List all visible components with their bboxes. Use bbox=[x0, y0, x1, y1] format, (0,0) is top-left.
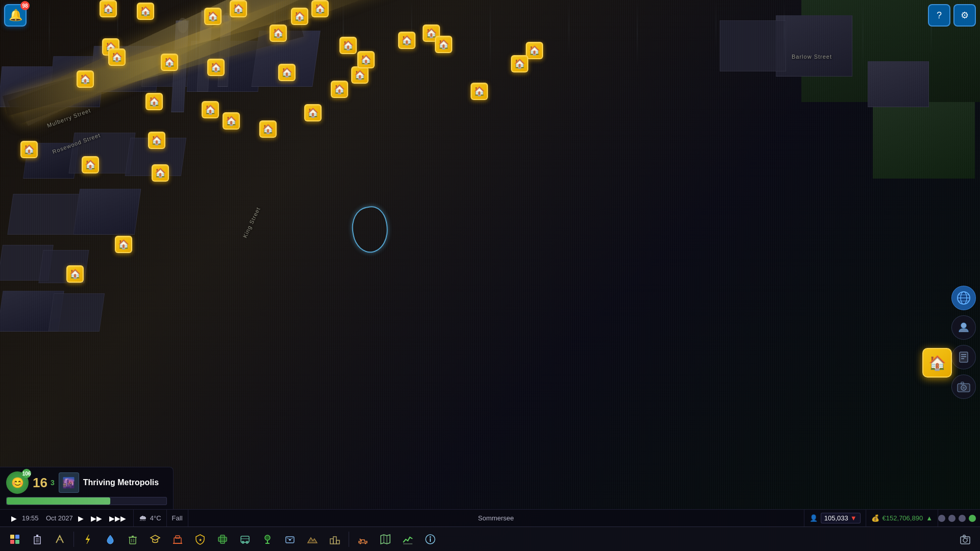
control-dot-2[interactable] bbox=[948, 515, 955, 522]
demand-icon-16[interactable] bbox=[207, 59, 226, 77]
toolbar-fire-button[interactable] bbox=[167, 530, 188, 549]
settings-button[interactable]: ⚙ bbox=[953, 4, 976, 27]
demand-icon-24[interactable] bbox=[145, 93, 164, 111]
toolbar-industry-button[interactable] bbox=[324, 530, 346, 549]
svg-point-52 bbox=[360, 542, 361, 544]
toolbar-garbage-button[interactable] bbox=[122, 530, 143, 549]
toolbar-economy-button[interactable] bbox=[397, 530, 419, 549]
demand-icon-20[interactable] bbox=[471, 83, 489, 101]
svg-marker-30 bbox=[151, 535, 160, 540]
demand-icon-33[interactable] bbox=[115, 236, 133, 254]
svg-point-62 bbox=[963, 538, 967, 542]
play-button[interactable]: ▶ bbox=[9, 513, 19, 523]
help-button[interactable]: ? bbox=[928, 4, 950, 27]
demand-icon-19[interactable] bbox=[357, 51, 376, 69]
speed-button-1[interactable]: ▶ bbox=[76, 513, 86, 523]
toolbar-roads-button[interactable] bbox=[49, 530, 70, 549]
notes-button[interactable] bbox=[951, 345, 976, 369]
demand-icon-32[interactable] bbox=[20, 141, 39, 159]
svg-marker-24 bbox=[86, 535, 90, 544]
population-dropdown[interactable]: 105,033 ▼ bbox=[821, 513, 861, 523]
person-icon: 👤 bbox=[810, 514, 818, 522]
notification-wrapper: 🔔 98 bbox=[4, 4, 27, 27]
toolbar-police-button[interactable]: ★ bbox=[189, 530, 211, 549]
weather-icon: 🌧 bbox=[139, 514, 147, 523]
demand-icon-5[interactable] bbox=[291, 8, 309, 26]
svg-rect-14 bbox=[10, 535, 14, 539]
svg-point-64 bbox=[967, 538, 968, 539]
speed-button-2[interactable]: ▶▶ bbox=[89, 513, 104, 523]
happiness-icon: 😊 106 bbox=[6, 471, 29, 494]
demand-icon-4[interactable] bbox=[230, 0, 248, 18]
demand-icon-21[interactable] bbox=[511, 55, 529, 73]
toolbar-signature-button[interactable] bbox=[27, 530, 48, 549]
city-name: Thriving Metropolis bbox=[83, 478, 167, 487]
demand-icon-14[interactable] bbox=[77, 70, 95, 89]
bottom-toolbar: ★ bbox=[0, 527, 980, 551]
demand-icon-6[interactable] bbox=[311, 0, 330, 18]
toolbar-parks-button[interactable] bbox=[257, 530, 278, 549]
time: 19:55 bbox=[22, 514, 39, 522]
demand-icon-9[interactable] bbox=[339, 37, 358, 55]
large-demand-icon[interactable]: 🏠 bbox=[922, 348, 952, 378]
toolbar-education-button[interactable] bbox=[144, 530, 166, 549]
control-dot-3[interactable] bbox=[959, 515, 966, 522]
toolbar-photo-button[interactable] bbox=[954, 530, 976, 549]
speed-button-3[interactable]: ▶▶▶ bbox=[107, 513, 128, 523]
demand-icon-28[interactable] bbox=[223, 112, 241, 131]
demand-icon-12[interactable] bbox=[435, 36, 453, 54]
toolbar-health-button[interactable] bbox=[212, 530, 233, 549]
svg-rect-38 bbox=[218, 537, 227, 541]
demand-icon-8[interactable] bbox=[270, 24, 288, 43]
svg-point-60 bbox=[430, 536, 431, 538]
camera-button[interactable] bbox=[951, 374, 976, 399]
svg-rect-19 bbox=[36, 535, 38, 537]
temperature: 4°C bbox=[150, 514, 161, 522]
demand-icon-31[interactable] bbox=[82, 156, 100, 174]
demand-icon-25[interactable] bbox=[202, 101, 220, 119]
svg-rect-61 bbox=[961, 537, 970, 544]
control-dot-4[interactable] bbox=[969, 515, 976, 522]
top-right-panel: ? ⚙ bbox=[928, 4, 976, 27]
money-icon: 💰 bbox=[871, 514, 879, 522]
toolbar-communications-button[interactable] bbox=[279, 530, 301, 549]
svg-rect-32 bbox=[176, 536, 180, 538]
svg-point-5 bbox=[961, 323, 966, 328]
demand-icon-1[interactable] bbox=[100, 0, 118, 18]
city-thumbnail[interactable]: 🌆 bbox=[59, 472, 79, 493]
demand-icon-10[interactable] bbox=[398, 32, 416, 50]
demand-icon-29[interactable] bbox=[259, 120, 278, 139]
toolbar-transit-button[interactable] bbox=[234, 530, 256, 549]
svg-rect-6 bbox=[960, 352, 968, 362]
toolbar-zone-button[interactable] bbox=[4, 530, 26, 549]
demand-icon-17[interactable] bbox=[278, 64, 297, 82]
balance-trend-icon: ▲ bbox=[926, 514, 933, 522]
demand-icon-30[interactable] bbox=[152, 164, 170, 183]
demand-icon-3[interactable] bbox=[204, 8, 223, 26]
demand-icon-27[interactable] bbox=[148, 132, 166, 150]
demand-icon-22[interactable] bbox=[161, 54, 179, 72]
toolbar-map-button[interactable] bbox=[375, 530, 396, 549]
toolbar-bulldoze-button[interactable] bbox=[352, 530, 374, 549]
city-info-panel: 😊 106 16 3 🌆 Thriving Metropolis bbox=[0, 467, 174, 509]
toolbar-terrain-button[interactable] bbox=[302, 530, 323, 549]
demand-icon-15[interactable] bbox=[108, 48, 127, 67]
advisor-button[interactable] bbox=[951, 315, 976, 340]
bottom-right-controls bbox=[938, 515, 976, 522]
city-level-info: 16 3 bbox=[33, 476, 55, 489]
control-dot-1[interactable] bbox=[938, 515, 945, 522]
demand-icon-2[interactable] bbox=[137, 3, 155, 21]
toolbar-sep-2 bbox=[349, 532, 349, 547]
toolbar-water-button[interactable] bbox=[100, 530, 121, 549]
globe-button[interactable] bbox=[951, 286, 976, 310]
demand-icon-23[interactable] bbox=[331, 81, 349, 99]
toolbar-electricity-button[interactable] bbox=[77, 530, 99, 549]
happiness-count: 106 bbox=[22, 469, 31, 478]
city-name-container: Thriving Metropolis bbox=[83, 478, 167, 487]
balance-value: €152,706,890 bbox=[883, 514, 923, 522]
demand-icon-26[interactable] bbox=[304, 104, 323, 122]
level-badge: 16 3 bbox=[33, 476, 55, 489]
demand-icon-34[interactable] bbox=[66, 265, 85, 284]
svg-point-43 bbox=[265, 535, 270, 540]
toolbar-cityinfo-button[interactable] bbox=[420, 530, 441, 549]
